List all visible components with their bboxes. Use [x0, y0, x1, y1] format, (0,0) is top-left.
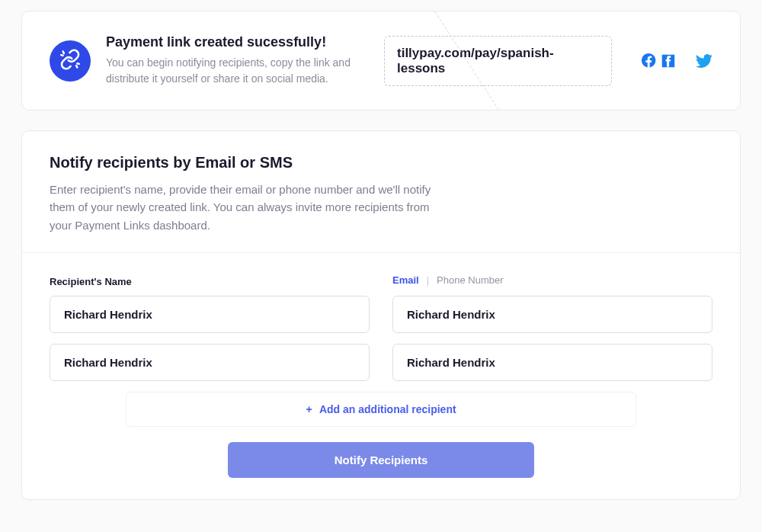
link-icon-badge	[50, 40, 91, 82]
recipient-row	[50, 344, 712, 381]
notify-card: Notify recipients by Email or SMS Enter …	[21, 130, 741, 500]
toggle-separator: |	[427, 274, 429, 286]
plus-icon: +	[306, 403, 312, 415]
form-area: Recipient's Name Email | Phone Number	[22, 253, 740, 478]
notify-recipients-button[interactable]: Notify Recipients	[228, 442, 534, 478]
facebook-icon[interactable]	[668, 53, 685, 69]
add-recipient-button[interactable]: + Add an additional recipient	[126, 392, 636, 427]
twitter-icon[interactable]	[696, 53, 712, 69]
payment-link-box[interactable]: tillypay.com/pay/spanish-lessons	[384, 36, 612, 86]
add-recipient-label: Add an additional recipient	[319, 403, 456, 415]
notify-header: Notify recipients by Email or SMS Enter …	[22, 131, 740, 253]
recipient-name-input[interactable]	[50, 344, 370, 381]
notify-title: Notify recipients by Email or SMS	[50, 154, 712, 171]
recipient-contact-input[interactable]	[392, 344, 712, 381]
recipient-contact-input[interactable]	[392, 296, 712, 333]
toggle-email[interactable]: Email	[392, 274, 419, 286]
recipient-name-input[interactable]	[50, 296, 370, 333]
success-text: Payment link created sucessfully! You ca…	[106, 34, 369, 87]
success-desc: You can begin notifying recipients, copy…	[106, 55, 369, 87]
recipient-name-label: Recipient's Name	[50, 276, 132, 287]
success-title: Payment link created sucessfully!	[106, 34, 369, 50]
success-card: Payment link created sucessfully! You ca…	[21, 11, 741, 111]
facebook-icon[interactable]	[641, 53, 658, 69]
toggle-phone[interactable]: Phone Number	[437, 274, 503, 286]
social-icons	[641, 53, 712, 69]
link-icon	[59, 49, 81, 73]
recipient-row	[50, 296, 712, 333]
notify-desc: Enter recipient's name, provide their em…	[50, 181, 438, 234]
contact-toggle: Email | Phone Number	[392, 274, 712, 286]
